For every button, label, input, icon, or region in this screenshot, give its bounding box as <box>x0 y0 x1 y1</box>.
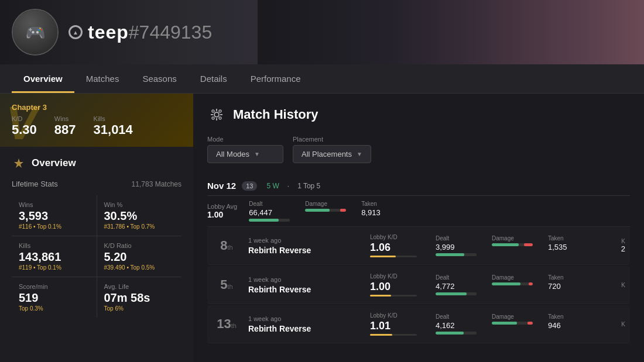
chapter-kd-value: 5.30 <box>12 122 37 137</box>
lobby-avg-row: Lobby Avg 1.00 Dealt 66,447 Damage <box>207 196 630 227</box>
chapter-kills-value: 31,014 <box>94 122 133 137</box>
stat-wins-sub: #116 • Top 0.1% <box>19 223 90 230</box>
match-mode-1: Rebirth Reverse <box>248 285 363 294</box>
dealt-value-1: 4,772 <box>436 282 482 291</box>
kd-label-2: K <box>602 321 625 327</box>
placement-num-0: 8 <box>220 238 227 253</box>
placement-filter-value: All Placements <box>302 150 352 158</box>
avatar: 🎮 <box>12 9 59 56</box>
date-group-header: Nov 12 13 5 W · 1 Top 5 <box>207 175 630 196</box>
tab-overview[interactable]: Overview <box>12 64 74 93</box>
main-layout: Chapter 3 K/D 5.30 Wins 887 Kills 31,014 <box>0 94 644 362</box>
damage-bar-2 <box>492 322 533 325</box>
match-time-1: 1 week ago <box>248 276 363 283</box>
dealt-bar-green-2 <box>436 332 464 335</box>
lobby-avg-label: Lobby Avg <box>207 203 237 210</box>
placement-num-2: 13 <box>217 316 231 331</box>
placement-filter-label: Placement <box>293 136 371 143</box>
damage-col-0: Damage <box>492 235 539 256</box>
match-placement-1: 5th <box>212 277 241 292</box>
date-separator: · <box>287 182 289 190</box>
taken-label-2: Taken <box>548 313 595 320</box>
mode-filter-select[interactable]: All Modes ▼ <box>207 145 283 163</box>
dealt-col-2: Dealt 4,162 <box>436 313 482 335</box>
lobby-kd-value-2: 1.01 <box>370 320 429 332</box>
damage-bar-green-2 <box>492 322 517 325</box>
damage-col-2: Damage <box>492 313 539 335</box>
svg-point-8 <box>212 117 214 119</box>
placement-suffix-0: th <box>228 244 233 251</box>
lobby-kd-bar-fill-0 <box>370 256 396 257</box>
lobby-dealt-col: Dealt 66,447 <box>249 201 296 222</box>
taken-col-1: Taken 720 <box>548 274 595 295</box>
chapter-wins-value: 887 <box>54 122 76 137</box>
lifetime-matches: 11,783 Matches <box>132 180 181 188</box>
match-row-0[interactable]: 8th 1 week ago Rebirth Reverse Lobby K/D… <box>207 227 630 265</box>
chapter-stat-kd: K/D 5.30 <box>12 115 37 137</box>
chapter-kd-label: K/D <box>12 115 37 122</box>
lobby-kd-col-2: Lobby K/D 1.01 <box>370 312 429 336</box>
date-top5: 1 Top 5 <box>297 182 320 190</box>
damage-label-0: Damage <box>492 235 539 242</box>
stat-kills-value: 143,861 <box>19 250 90 264</box>
mode-filter-label: Mode <box>207 136 283 143</box>
damage-label-1: Damage <box>492 274 539 281</box>
dealt-value-2: 4,162 <box>436 321 482 330</box>
lobby-kd-bar-0 <box>370 256 417 257</box>
damage-bar-0 <box>492 243 533 246</box>
lobby-damage-bar-green <box>305 209 330 212</box>
stat-kd-value: 5.20 <box>104 250 175 264</box>
stat-avglife-sub: Top 6% <box>104 305 175 312</box>
lobby-taken-col: Taken 8,913 <box>361 201 408 222</box>
user-id: #7449135 <box>129 22 212 43</box>
taken-value-1: 720 <box>548 282 595 291</box>
stat-avglife: Avg. Life 07m 58s Top 6% <box>97 277 182 318</box>
tab-matches[interactable]: Matches <box>74 64 131 93</box>
svg-marker-0 <box>14 158 23 168</box>
tab-performance[interactable]: Performance <box>239 64 313 93</box>
tab-details[interactable]: Details <box>189 64 239 93</box>
lobby-taken-value: 8,913 <box>361 208 408 217</box>
lobby-kd-value-0: 1.06 <box>370 242 429 254</box>
dealt-label-1: Dealt <box>436 274 482 281</box>
kd-col-1: K <box>602 282 625 288</box>
match-time-2: 1 week ago <box>248 315 363 322</box>
dealt-bar-green-1 <box>436 292 467 295</box>
stat-wins-label: Wins <box>19 201 90 208</box>
stat-avglife-value: 07m 58s <box>104 291 175 305</box>
tab-seasons[interactable]: Seasons <box>131 64 188 93</box>
kd-label-0: K <box>602 238 625 244</box>
match-history-header: Match History <box>207 105 630 124</box>
avatar-image: 🎮 <box>13 10 57 54</box>
placement-filter-select[interactable]: All Placements ▼ <box>293 145 371 163</box>
match-row-1[interactable]: 5th 1 week ago Rebirth Reverse Lobby K/D… <box>207 266 630 304</box>
chapter-banner: Chapter 3 K/D 5.30 Wins 887 Kills 31,014 <box>0 94 193 147</box>
svg-point-6 <box>212 110 214 112</box>
match-mode-0: Rebirth Reverse <box>248 246 363 255</box>
damage-bar-red-1 <box>529 282 533 285</box>
damage-bar-red-2 <box>527 322 533 325</box>
match-info-1: 1 week ago Rebirth Reverse <box>248 276 363 294</box>
match-mode-2: Rebirth Reverse <box>248 324 363 333</box>
kd-col-0: K 2 <box>602 238 625 253</box>
lobby-damage-cols: Dealt 66,447 Damage Taken 8,91 <box>249 201 408 222</box>
lobby-damage-bar-red <box>340 209 347 212</box>
placement-num-1: 5 <box>220 277 227 292</box>
lobby-damage-label: Damage <box>305 201 352 207</box>
stat-wins: Wins 3,593 #116 • Top 0.1% <box>12 195 97 236</box>
chapter-stats: K/D 5.30 Wins 887 Kills 31,014 <box>12 115 181 137</box>
stat-kills: Kills 143,861 #119 • Top 0.1% <box>12 236 97 277</box>
sidebar: Chapter 3 K/D 5.30 Wins 887 Kills 31,014 <box>0 94 193 362</box>
lobby-dealt-label: Dealt <box>249 201 296 207</box>
chapter-kills-label: Kills <box>94 115 133 122</box>
lobby-damage-bar <box>305 209 346 212</box>
dealt-bar-2 <box>436 332 477 335</box>
match-info-0: 1 week ago Rebirth Reverse <box>248 237 363 255</box>
rank-icon <box>67 23 84 41</box>
match-row-2[interactable]: 13th 1 week ago Rebirth Reverse Lobby K/… <box>207 305 630 343</box>
lobby-kd-bar-fill-1 <box>370 295 391 297</box>
chapter-stat-kills: Kills 31,014 <box>94 115 133 137</box>
chapter-wins-label: Wins <box>54 115 76 122</box>
lobby-kd-label-2: Lobby K/D <box>370 312 429 319</box>
svg-point-7 <box>219 110 221 112</box>
